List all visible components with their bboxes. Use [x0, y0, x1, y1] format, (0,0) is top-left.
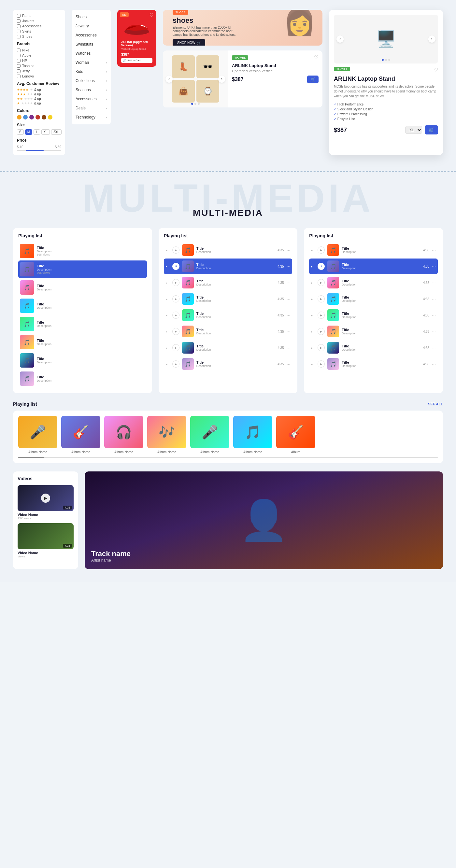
playlist-item[interactable]: ▸ ▶ 🎵 Title Description 4:35 ···: [309, 307, 438, 323]
size-l[interactable]: L: [34, 129, 40, 135]
size-m[interactable]: M: [25, 129, 32, 135]
playlist-item[interactable]: ▸ ▶ 🎵 Title Description 4:35 ···: [164, 307, 293, 323]
nav-seasons[interactable]: Seasons›: [72, 85, 111, 94]
more-options-icon[interactable]: ···: [432, 329, 436, 334]
more-options-icon[interactable]: ···: [286, 296, 291, 302]
nav-collections[interactable]: Collections›: [72, 76, 111, 85]
filter-accessories[interactable]: Accessories: [17, 24, 61, 28]
album-scrollbar[interactable]: [18, 457, 438, 458]
more-options-icon[interactable]: ···: [432, 362, 436, 367]
brand-toshiba[interactable]: Toshiba: [17, 64, 61, 68]
filter-skirts[interactable]: Skirts: [17, 29, 61, 33]
album-item[interactable]: 🎸 Album: [276, 416, 315, 454]
album-item[interactable]: 🎤 Album Name: [190, 416, 229, 454]
price-bar[interactable]: [17, 150, 61, 151]
dot-2[interactable]: [194, 103, 196, 105]
float-dot-2[interactable]: [385, 59, 387, 61]
nav-accessories[interactable]: Accessories: [72, 31, 111, 40]
playlist-item-active[interactable]: ▸ ⏸ 🎵 Title Description 4:35 ···: [164, 258, 293, 274]
filter-jackets[interactable]: Jackets: [17, 19, 61, 23]
dot-3[interactable]: [198, 103, 200, 105]
color-brown[interactable]: [42, 115, 46, 120]
nav-accessories2[interactable]: Accessories›: [72, 94, 111, 103]
playlist-item[interactable]: 🎵 Title Description 396 views: [18, 242, 147, 260]
nav-woman[interactable]: Woman›: [72, 58, 111, 67]
brand-hp[interactable]: HP: [17, 59, 61, 63]
wishlist-icon[interactable]: ♡: [314, 54, 318, 61]
more-options-icon[interactable]: ···: [432, 345, 436, 350]
nav-technology[interactable]: Technology›: [72, 113, 111, 122]
more-options-icon[interactable]: ···: [286, 329, 291, 334]
nav-deals[interactable]: Deals›: [72, 103, 111, 113]
playlist-item[interactable]: ▸ ▶ 🎵 Title Description 4:35 ···: [164, 340, 293, 355]
more-options-icon[interactable]: ···: [432, 247, 436, 253]
brand-nike[interactable]: Nike: [17, 48, 61, 52]
more-options-icon[interactable]: ···: [286, 247, 291, 253]
see-all-button[interactable]: SEE ALL: [428, 402, 443, 406]
playlist-item[interactable]: ▸ ▶ 🎵 Title Description 4:35 ···: [164, 291, 293, 307]
more-options-icon[interactable]: ···: [432, 280, 436, 285]
play-button[interactable]: ▶: [317, 246, 325, 254]
filter-shoes[interactable]: Shoes: [17, 34, 61, 38]
playlist-item[interactable]: 🎵 Title Description: [18, 333, 147, 351]
play-button[interactable]: ▶: [317, 344, 325, 351]
playlist-item[interactable]: ▸ ▶ 🎵 Title Description 4:35 ···: [309, 291, 438, 307]
dot-1[interactable]: [191, 103, 193, 105]
size-select[interactable]: XL S M L: [405, 126, 422, 134]
album-item[interactable]: 🎤 Album Name: [18, 416, 57, 454]
size-s[interactable]: S: [17, 129, 24, 135]
album-item[interactable]: 🎵 Album Name: [233, 416, 272, 454]
play-button[interactable]: ▶: [317, 279, 325, 286]
color-red[interactable]: [35, 115, 40, 120]
size-2xl[interactable]: 2XL: [51, 129, 62, 135]
more-options-icon[interactable]: ···: [286, 280, 291, 285]
playlist-item[interactable]: ▸ ▶ 🎵 Title Description 4:35 ···: [309, 356, 438, 372]
album-item[interactable]: 🎸 Album Name: [61, 416, 100, 454]
nav-swimsuits[interactable]: Swimsuits: [72, 40, 111, 49]
play-button[interactable]: ▶: [172, 361, 180, 368]
more-options-icon[interactable]: ···: [286, 313, 291, 318]
play-button[interactable]: ▶: [172, 279, 180, 286]
more-options-icon[interactable]: ···: [432, 264, 436, 269]
color-orange[interactable]: [17, 115, 22, 120]
playlist-item[interactable]: 🎵 Title Description: [18, 315, 147, 333]
more-options-icon[interactable]: ···: [286, 345, 291, 350]
more-options-icon[interactable]: ···: [432, 313, 436, 318]
play-button[interactable]: ▶: [172, 246, 180, 254]
playlist-item[interactable]: 🎵 Title Description: [18, 352, 147, 369]
color-purple[interactable]: [29, 115, 34, 120]
pause-button[interactable]: ⏸: [317, 263, 325, 270]
playlist-item-active[interactable]: 🎵 Title Description 396 views: [18, 260, 147, 278]
float-carousel-left[interactable]: ‹: [336, 35, 344, 43]
playlist-item[interactable]: ▸ ▶ 🎵 Title Description 4:35 ···: [309, 323, 438, 339]
carousel-left-arrow[interactable]: ‹: [165, 75, 173, 83]
more-options-icon[interactable]: ···: [432, 296, 436, 302]
color-yellow[interactable]: [48, 115, 53, 120]
album-item[interactable]: 🎶 Album Name: [147, 416, 186, 454]
size-xl[interactable]: XL: [41, 129, 50, 135]
more-options-icon[interactable]: ···: [286, 362, 291, 367]
more-options-icon[interactable]: ···: [286, 264, 291, 269]
video-item-2[interactable]: 4:35 Video Name views: [18, 523, 73, 558]
brand-lenovo[interactable]: Lenovo: [17, 74, 61, 78]
add-to-cart-button[interactable]: 🛒 Add to Cart: [121, 58, 152, 63]
wishlist-icon[interactable]: ♡: [150, 12, 154, 18]
float-dot-3[interactable]: [388, 59, 390, 61]
color-blue[interactable]: [23, 115, 28, 120]
playlist-item[interactable]: ▸ ▶ 🎵 Title Description 4:35 ···: [164, 242, 293, 258]
playlist-item[interactable]: ▸ ▶ 🎵 Title Description 4:35 ···: [309, 275, 438, 290]
play-button[interactable]: ▶: [41, 494, 50, 503]
float-dot-1[interactable]: [382, 59, 384, 61]
playlist-item[interactable]: ▸ ▶ 🎵 Title Description 4:35 ···: [309, 242, 438, 258]
shop-now-button[interactable]: SHOP NOW 🛒: [173, 39, 205, 45]
add-to-cart-button[interactable]: 🛒: [307, 75, 318, 83]
play-button[interactable]: ▶: [317, 361, 325, 368]
playlist-item[interactable]: 🎵 Title Description: [18, 370, 147, 388]
nav-shoes[interactable]: Shoes: [72, 12, 111, 22]
playlist-item[interactable]: ▸ ▶ 🎵 Title Description 4:35 ···: [164, 356, 293, 372]
pause-button[interactable]: ⏸: [172, 263, 180, 270]
play-button[interactable]: ▶: [317, 312, 325, 319]
play-button[interactable]: ▶: [172, 312, 180, 319]
brand-apple[interactable]: Apple: [17, 53, 61, 57]
float-carousel-right[interactable]: ›: [428, 35, 435, 43]
